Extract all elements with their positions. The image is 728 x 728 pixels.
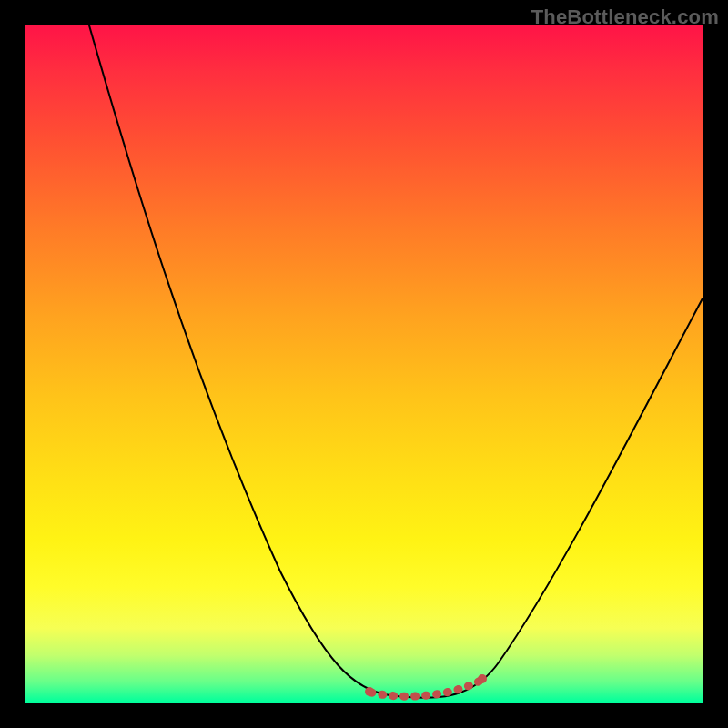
watermark-text: TheBottleneck.com: [531, 5, 719, 29]
highlight-endpoint-right: [478, 674, 487, 683]
plot-area: [25, 25, 703, 703]
highlight-endpoint-left: [365, 687, 374, 696]
curve-min-highlight: [371, 681, 480, 696]
bottleneck-curve: [25, 25, 703, 703]
curve-path: [89, 25, 703, 698]
chart-frame: TheBottleneck.com: [0, 0, 728, 728]
